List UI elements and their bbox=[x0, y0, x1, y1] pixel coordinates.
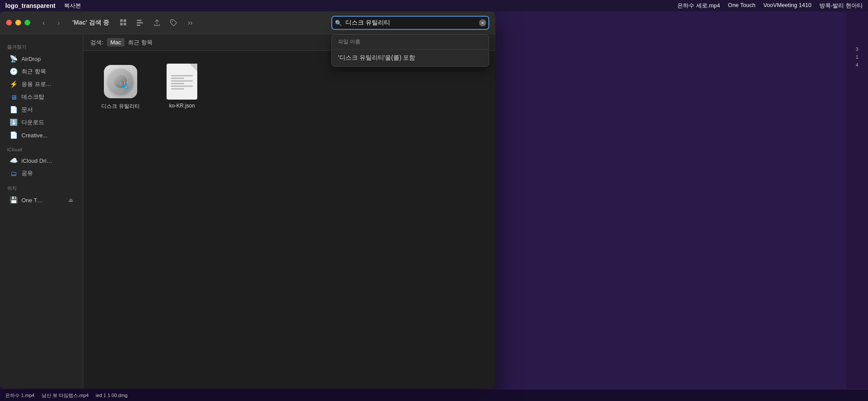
file-name-json: ko-KR.json bbox=[169, 103, 195, 109]
sidebar-section-favorites: 즐겨찾기 bbox=[0, 39, 83, 52]
sidebar: 즐겨찾기 📡 AirDrop 🕐 최근 항목 ⚡ 응용 프로… 🖥 데스크탑 📄… bbox=[0, 34, 83, 389]
sidebar-label-icloud: iCloud Dri… bbox=[21, 158, 52, 164]
sidebar-section-locations: 위치 bbox=[0, 180, 83, 193]
doc-icon: 📄 bbox=[10, 106, 18, 114]
svg-rect-4 bbox=[137, 20, 142, 21]
sidebar-item-recents[interactable]: 🕐 최근 항목 bbox=[3, 65, 80, 78]
search-dropdown-item[interactable]: '디스크 유틸리티'을(를) 포함 bbox=[332, 50, 489, 66]
sidebar-label-apps: 응용 프로… bbox=[21, 80, 52, 88]
sidebar-label-airdrop: AirDrop bbox=[21, 56, 41, 62]
finder-window: ‹ › 'Mac' 검색 중 bbox=[0, 11, 495, 389]
disk-utility-icon: 🩺 bbox=[103, 64, 138, 99]
search-input[interactable] bbox=[331, 16, 489, 30]
sidebar-item-icloud-drive[interactable]: ☁️ iCloud Dri… bbox=[3, 154, 80, 167]
svg-rect-5 bbox=[137, 22, 143, 23]
download-icon: ⬇️ bbox=[10, 118, 18, 126]
menu-logo: logo_transparent bbox=[5, 2, 55, 9]
json-line-6 bbox=[171, 88, 184, 90]
main-area: 검색: Mac 최근 항목 🩺 bbox=[83, 34, 495, 389]
file-grid: 🩺 디스크 유틸리티 bbox=[83, 51, 495, 389]
creative-icon: 📄 bbox=[10, 131, 18, 139]
sidebar-item-documents[interactable]: 📄 문서 bbox=[3, 104, 80, 116]
sidebar-item-desktop[interactable]: 🖥 데스크탑 bbox=[3, 91, 80, 103]
menu-bar: logo_transparent 복사본 은하수 세로.mp4 One Touc… bbox=[0, 0, 868, 11]
svg-rect-3 bbox=[124, 23, 126, 25]
view-icon-grid[interactable] bbox=[117, 16, 130, 29]
sidebar-item-applications[interactable]: ⚡ 응용 프로… bbox=[3, 78, 80, 90]
minimize-button[interactable] bbox=[15, 20, 21, 25]
content-area: 즐겨찾기 📡 AirDrop 🕐 최근 항목 ⚡ 응용 프로… 🖥 데스크탑 📄… bbox=[0, 34, 495, 389]
file-name-disk-utility: 디스크 유틸리티 bbox=[101, 103, 139, 110]
sidebar-item-one-touch[interactable]: 💾 One T… ⏏ bbox=[3, 194, 80, 206]
sidebar-item-creative[interactable]: 📄 Creative... bbox=[3, 129, 80, 141]
sidebar-item-downloads[interactable]: ⬇️ 다운로드 bbox=[3, 116, 80, 129]
json-file-icon bbox=[164, 64, 199, 99]
menu-item-2: One Touch bbox=[728, 2, 756, 10]
svg-rect-6 bbox=[137, 25, 140, 26]
maximize-button[interactable] bbox=[25, 20, 30, 25]
bottom-item-2: 남산 뷰 타임랩스.mp4 bbox=[42, 392, 89, 399]
json-line-3 bbox=[171, 80, 193, 82]
svg-point-7 bbox=[171, 21, 172, 21]
desktop-icon: 🖥 bbox=[10, 93, 18, 101]
airdrop-icon: 📡 bbox=[10, 55, 18, 63]
search-clear-button[interactable]: × bbox=[479, 19, 486, 26]
share-folder-icon: 🗂 bbox=[10, 170, 18, 177]
toolbar: ‹ › 'Mac' 검색 중 bbox=[0, 11, 495, 34]
json-line-4 bbox=[171, 83, 184, 84]
menu-item-1: 은하수 세로.mp4 bbox=[677, 2, 720, 10]
file-item-json[interactable]: ko-KR.json bbox=[158, 64, 206, 109]
file-item-disk-utility[interactable]: 🩺 디스크 유틸리티 bbox=[96, 64, 145, 110]
close-button[interactable] bbox=[6, 20, 12, 25]
sidebar-label-recents: 최근 항목 bbox=[21, 68, 46, 75]
search-box: 🔍 × bbox=[331, 16, 489, 30]
search-tag-mac[interactable]: Mac bbox=[107, 38, 125, 47]
right-edge-num-2: 1 bbox=[856, 54, 858, 60]
menu-bar-right: 은하수 세로.mp4 One Touch VooVMeeting 1410 방콕… bbox=[677, 2, 863, 10]
svg-rect-1 bbox=[124, 19, 126, 22]
bottom-item-1: 은하수 1.mp4 bbox=[5, 392, 35, 399]
sidebar-label-shared: 공유 bbox=[21, 169, 33, 177]
right-edge-panel: 3 1 4 bbox=[846, 11, 868, 389]
eject-icon[interactable]: ⏏ bbox=[68, 197, 73, 203]
search-dropdown: 파일 이름 '디스크 유틸리티'을(를) 포함 bbox=[331, 34, 489, 67]
clock-icon: 🕐 bbox=[10, 68, 18, 75]
tag-button[interactable] bbox=[167, 16, 180, 29]
share-button[interactable] bbox=[150, 16, 164, 29]
bottom-bar: 은하수 1.mp4 남산 뷰 타임랩스.mp4 ied 1 1 00.dmg bbox=[0, 390, 868, 401]
menu-copy: 복사본 bbox=[64, 2, 81, 10]
menu-item-3: VooVMeeting 1410 bbox=[763, 2, 811, 10]
back-button[interactable]: ‹ bbox=[38, 17, 50, 29]
sidebar-item-airdrop[interactable]: 📡 AirDrop bbox=[3, 53, 80, 65]
stethoscope-decoration: 🩺 bbox=[119, 80, 129, 90]
traffic-lights bbox=[6, 20, 30, 25]
more-button[interactable]: ›› bbox=[184, 16, 197, 29]
svg-rect-2 bbox=[120, 23, 123, 25]
sidebar-label-downloads: 다운로드 bbox=[21, 118, 44, 126]
sidebar-label-documents: 문서 bbox=[21, 106, 33, 114]
search-recent[interactable]: 최근 항목 bbox=[128, 39, 153, 47]
forward-button[interactable]: › bbox=[53, 17, 64, 29]
sidebar-item-shared[interactable]: 🗂 공유 bbox=[3, 167, 80, 179]
json-line-5 bbox=[171, 86, 193, 87]
search-dropdown-header: 파일 이름 bbox=[332, 35, 489, 50]
json-line-2 bbox=[171, 78, 184, 79]
window-title: 'Mac' 검색 중 bbox=[72, 19, 109, 27]
right-edge-num-3: 4 bbox=[856, 62, 858, 68]
view-options-button[interactable] bbox=[134, 16, 147, 29]
search-label: 검색: bbox=[90, 39, 103, 47]
json-line-1 bbox=[171, 75, 193, 76]
sidebar-label-one-touch: One T… bbox=[21, 197, 43, 204]
right-edge-num-1: 3 bbox=[856, 47, 858, 52]
cloud-icon: ☁️ bbox=[10, 157, 18, 165]
search-icon: 🔍 bbox=[335, 19, 342, 26]
apps-icon: ⚡ bbox=[10, 80, 18, 88]
drive-icon: 💾 bbox=[10, 196, 18, 204]
sidebar-label-desktop: 데스크탑 bbox=[21, 93, 44, 101]
svg-rect-0 bbox=[120, 19, 123, 22]
sidebar-label-creative: Creative... bbox=[21, 132, 47, 139]
bottom-item-3: ied 1 1 00.dmg bbox=[96, 393, 128, 398]
menu-item-4: 방콕-발리 현아티 bbox=[819, 2, 863, 10]
sidebar-section-icloud: iCloud bbox=[0, 142, 83, 154]
